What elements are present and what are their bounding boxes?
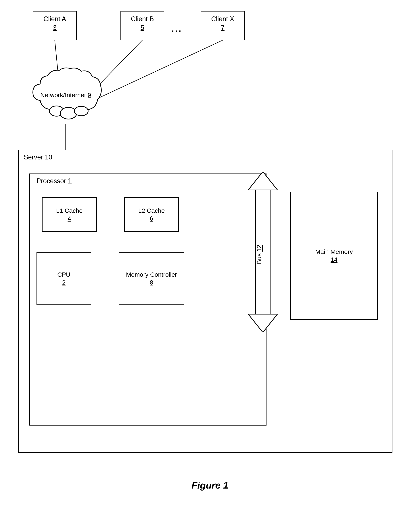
client-b-num: 5 (124, 24, 161, 32)
client-b-label: Client B (124, 15, 161, 23)
main-memory-box: Main Memory 14 (290, 192, 378, 320)
figure-label: Figure 1 (191, 480, 228, 491)
server-label: Server 10 (24, 153, 52, 161)
l2-cache-num: 6 (150, 215, 153, 222)
svg-line-2 (90, 40, 223, 102)
svg-point-12 (60, 107, 77, 119)
client-a-label: Client A (36, 15, 73, 23)
client-a-num: 3 (36, 24, 73, 32)
l1-cache-num: 4 (68, 215, 71, 222)
l1-cache-label: L1 Cache (56, 207, 83, 214)
l1-cache-box: L1 Cache 4 (42, 197, 97, 232)
diagram-container: Client A 3 Client B 5 ... Client X 7 Net… (0, 0, 420, 509)
l2-cache-label: L2 Cache (138, 207, 165, 214)
client-x-box: Client X 7 (201, 11, 245, 40)
memory-controller-num: 8 (150, 279, 153, 286)
client-x-num: 7 (204, 24, 241, 32)
client-b-box: Client B 5 (120, 11, 164, 40)
svg-point-13 (74, 106, 88, 116)
l2-cache-box: L2 Cache 6 (124, 197, 179, 232)
client-x-label: Client X (204, 15, 241, 23)
main-memory-label: Main Memory (315, 248, 353, 255)
client-a-box: Client A 3 (33, 11, 77, 40)
cpu-num: 2 (62, 279, 66, 286)
bus-label: Bus 12 (255, 245, 263, 264)
cloud-shape: Network/Internet 9 (27, 66, 104, 124)
cpu-box: CPU 2 (37, 252, 91, 305)
memory-controller-label: Memory Controller (126, 271, 177, 278)
memory-controller-box: Memory Controller 8 (119, 252, 184, 305)
ellipsis: ... (172, 24, 182, 34)
cpu-label: CPU (57, 271, 70, 278)
main-memory-num: 14 (330, 256, 338, 263)
processor-label: Processor 1 (37, 177, 72, 185)
